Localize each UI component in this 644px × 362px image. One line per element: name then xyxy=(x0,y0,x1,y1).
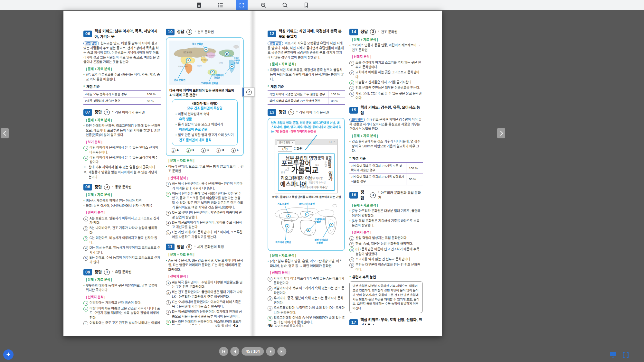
section-08: 08정답3* 동양 문화권| 문제 + 자료 분석 |•벼농사: 계절풍의 영향… xyxy=(83,184,161,265)
note-paragraph: 남부 유럽은 대부분 지중해성 기후 지역으로, 여름이 고온 건조하다. 장마… xyxy=(353,284,420,311)
bullet-text: (가) : 남부 유럽의 영향, 혼혈, 리오그란데강 이남, 에스파냐어, 삼… xyxy=(270,259,345,268)
svg-text:문화권: 문화권 xyxy=(317,242,323,245)
choice-text: 이탈리아에서는 여름철 고온 건조한 기후가 나타나 포도, 오렌지 등을 재배… xyxy=(90,306,161,320)
note-box: 남부 유럽은 대부분 지중해성 기후 지역으로, 여름이 고온 건조하다. 장마… xyxy=(349,281,423,313)
page-bookmark-tab[interactable]: 7 xyxy=(242,88,255,97)
choice-marker: 1 xyxy=(268,277,272,282)
analysis-label: | 문제 + 자료 분석 | xyxy=(86,67,161,72)
correct-answer-marker: 2 xyxy=(166,192,171,197)
left-page-footer: 정답 및 해설 45 xyxy=(215,323,238,328)
svg-text:인도양: 인도양 xyxy=(197,65,202,67)
asterisk-icon: * xyxy=(194,30,196,33)
scoring-row: 식민 지배의 후유증이라고만 설명한 경우30 % xyxy=(268,98,345,105)
section-header: 16정답3* 아프리카 문화권과 유럽 문화권 xyxy=(349,190,423,201)
page-spread-view-icon[interactable] xyxy=(622,351,629,358)
zoom-in-button[interactable] xyxy=(257,0,269,10)
bullet-item: •챗봇과의 대화에 등장한 곳은 이탈리아로, 남부 유럽에 위치한 국가이다. xyxy=(83,283,161,293)
page-left: 06핵심 키워드: 남부 아시아, 목욕, 서남아시아, 가리는 옷모범 답안 … xyxy=(63,11,253,336)
answer-option: 3C xyxy=(201,148,209,153)
bullet-list: •코카서스 인종과 몽골 인종, 아랍어와 베르베르어 → 건조 문화권 xyxy=(349,43,423,52)
criterion-cell: 2개를 정확하게 서술한 경우 xyxy=(83,98,144,105)
fullscreen-button[interactable] xyxy=(236,0,248,10)
answer-topic: * 건조 문화권 xyxy=(194,30,214,34)
svg-text:오세아니아 문화권: 오세아니아 문화권 xyxy=(201,81,218,84)
option-letter: C xyxy=(207,148,209,153)
toolbar xyxy=(0,0,644,10)
choice-marker: 4 xyxy=(216,148,221,153)
bullet-dot: • xyxy=(349,43,351,52)
answer-option: 2B xyxy=(186,148,194,153)
choice-marker: 4 xyxy=(268,306,272,311)
choice-text: 산업 혁명의 발상지는 유럽 문화권이다. xyxy=(355,236,423,241)
choice-list: ㄱ이탈리아는 가톨릭교 신자 비중이 높다.ㄴ이탈리아에서는 여름철 고온 건조… xyxy=(83,301,161,325)
section-header: 12핵심 키워드: 식민 지배, 국경선과 종족 분포의 불일치 xyxy=(268,29,345,39)
choice-list: 1소를 신성하게 여기고 소고기를 먹지 않는 곳은 힌두교 문화권이다.2교회… xyxy=(349,60,423,101)
last-page-button[interactable] xyxy=(278,347,287,356)
choice-marker: 4 xyxy=(166,221,171,226)
analysis-label: | 선택지 분석 | xyxy=(86,295,161,300)
analysis-label: | 문제 + 자료 분석 | xyxy=(168,159,244,163)
window-controls-icon[interactable]: – ▢ × xyxy=(327,140,336,144)
section-11: 11정답5* 세계 문화권의 특징| 문제 + 자료 분석 |•A는 북극 문화… xyxy=(166,244,244,325)
caret-left-icon xyxy=(232,349,237,354)
correct-answer-marker: ㄱ xyxy=(83,301,88,306)
choice-list: 1사하라 사막 이남 아프리카가 속해 있는 A는 아프리카 문화권이다.2서남… xyxy=(268,276,345,325)
answer-option: 5E xyxy=(231,148,239,153)
previous-page-button[interactable] xyxy=(230,347,239,356)
theme-annotation: 모두 건조 문화권의 특징임 xyxy=(175,106,234,111)
bullet-item: •코카서스 인종과 몽골 인종, 아랍어와 베르베르어 → 건조 문화권 xyxy=(349,43,423,52)
right-page-column-2: 14정답3* 건조 문화권| 문제 + 자료 분석 |•코카서스 인종과 몽골 … xyxy=(349,29,423,325)
bullet-dot: • xyxy=(268,68,269,82)
section-14: 14정답3* 건조 문화권| 문제 + 자료 분석 |•코카서스 인종과 몽골 … xyxy=(349,29,423,101)
svg-text:B: B xyxy=(187,59,189,62)
choice-text: 라틴 아메리카 문화권에서 볼 수 있는 브라질의 예수상이다. xyxy=(90,155,161,165)
next-page-button[interactable] xyxy=(266,347,275,356)
close-icon[interactable]: × xyxy=(292,141,293,144)
choice-text: 이슬람교 신자들은 돼지고기를 금기시한다. xyxy=(355,80,423,85)
bullet-text: (가): 아프리카 문화권은 대부분 열대 기후로, 플랜테이션이 발달했다. xyxy=(352,209,423,218)
browser-window: 문화권 탐정×– ▢ ×(가)문화권남부 유럽의 영향문화 융합포르투갈어살사혼… xyxy=(275,139,337,193)
choice-text: 계절풍의 영향을 받는 아시아에서 볼 수 있는 계단식 논이다. xyxy=(89,170,161,180)
analysis-label: | 선택지 분석 | xyxy=(352,55,423,60)
percent-cell: 100 % xyxy=(406,162,423,174)
presentation-screen-icon[interactable] xyxy=(609,351,617,358)
word-cloud-word: 삼바 xyxy=(281,171,285,173)
browser-tab[interactable]: 문화권 탐정× xyxy=(277,140,295,144)
choice-text: C는 미얀마로, 벼농사가 이루어지고 불교 신자가 많다. xyxy=(90,236,161,245)
scoring-criteria: * 채점 기준식민 지배와 국경선 문제를 모두 설명한 경우100 %식민 지… xyxy=(268,84,345,105)
word-cloud: 남부 유럽의 영향문화 융합포르투갈어살사혼혈문명탱고가톨릭교잉카삼바춤리오그란… xyxy=(278,153,335,191)
answer-label: 정답 xyxy=(94,109,102,115)
bookmark-button[interactable] xyxy=(300,0,312,10)
choice-item: 4소고기를 먹지 않는 건 힌두교 문화권이다. xyxy=(349,257,423,262)
scoring-row: 강수량이 적음을 언급하고 1개를 정확하게 서술한 경우50 % xyxy=(349,174,423,185)
bullet-dot: • xyxy=(175,133,177,138)
bookmark-tab-number: 7 xyxy=(246,89,252,95)
add-button[interactable]: + xyxy=(3,349,14,360)
choice-item: 4D는 앵글로아메리카 문화권이다. 영어를 주로 사용하고 개신교를 믿는다. xyxy=(166,220,244,230)
first-page-button[interactable] xyxy=(219,347,228,356)
blank-input[interactable]: (가) xyxy=(278,146,292,152)
scoring-title: * 채점 기준 xyxy=(83,84,161,89)
table-of-contents-button[interactable] xyxy=(214,0,226,10)
choice-item: 5E는 칠레로, 수목 농업이 이루어지고 크리스트교 신자가 많다. xyxy=(83,255,161,265)
choice-marker: 1 xyxy=(349,236,354,241)
analysis-label: | 문제 + 자료 분석 | xyxy=(352,134,423,139)
svg-text:A: A xyxy=(205,48,207,51)
search-button[interactable] xyxy=(279,0,291,10)
choice-marker: 3 xyxy=(166,211,171,216)
theme-item-text: •밀로 만든 납작한 빵과 양고기 요리 맛보기 xyxy=(175,133,234,138)
next-page-arrow[interactable] xyxy=(497,128,505,138)
choice-item: 3(나) 문화권은 여름이 덥고 건조하기 때문에 수목 농업이 발달했다. xyxy=(349,247,423,256)
previous-page-arrow[interactable] xyxy=(1,128,9,138)
download-button[interactable] xyxy=(193,0,205,10)
right-page-footer: 46 자이스토리 통합사회 1 xyxy=(268,323,304,328)
choice-marker: 5 xyxy=(231,148,236,153)
chevron-right-icon xyxy=(499,130,504,136)
bullet-text: 코카서스 인종과 몽골 인종, 아랍어와 베르베르어 → 건조 문화권 xyxy=(352,43,423,52)
choice-item: ㄱ이탈리아는 가톨릭교 신자 비중이 높다. xyxy=(83,301,161,306)
answer-number: 3 xyxy=(104,184,110,190)
correct-answer-marker: 5 xyxy=(268,316,272,321)
section-number-badge: 15 xyxy=(349,107,358,114)
theme-item-note: 이슬람교의 종교 경관 xyxy=(179,127,234,132)
culture-regions-map: 인도양 태평양 유럽 문화권 동부 아시아 문화권 동양 문화권 아프리카 문화… xyxy=(169,41,240,85)
